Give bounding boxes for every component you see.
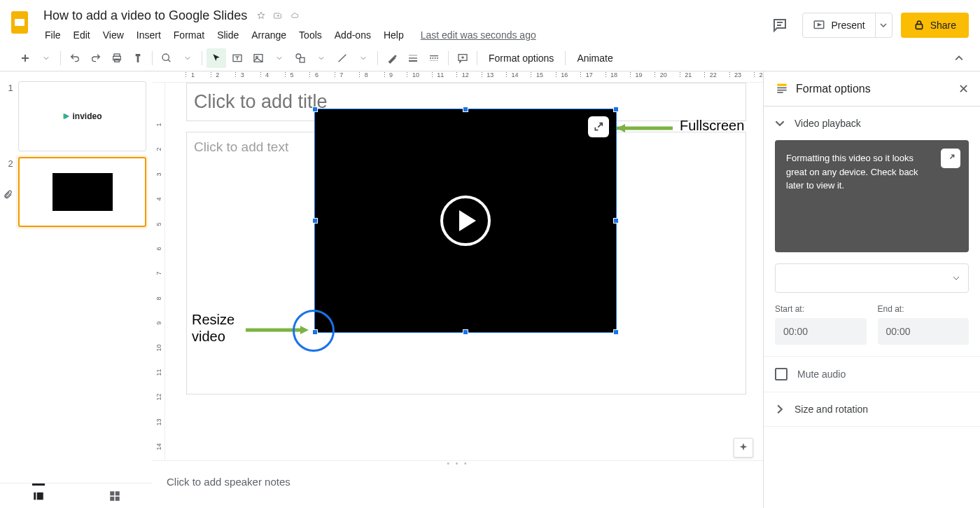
divider bbox=[60, 51, 61, 65]
size-rotation-section: Size and rotation bbox=[764, 392, 980, 427]
grid-view-icon[interactable] bbox=[108, 490, 121, 502]
share-button[interactable]: Share bbox=[901, 13, 969, 38]
zoom-dropdown[interactable] bbox=[178, 48, 197, 68]
present-button[interactable]: Present bbox=[803, 13, 874, 37]
move-icon[interactable] bbox=[271, 8, 285, 22]
border-weight-button[interactable] bbox=[403, 48, 423, 68]
star-icon[interactable] bbox=[254, 8, 268, 22]
print-button[interactable] bbox=[107, 48, 127, 68]
slides-logo[interactable] bbox=[6, 8, 34, 36]
playback-dropdown[interactable] bbox=[775, 263, 969, 293]
new-slide-button[interactable] bbox=[15, 48, 35, 68]
svg-line-11 bbox=[168, 60, 170, 62]
undo-button[interactable] bbox=[65, 48, 85, 68]
format-options-sidebar: Format options ✕ Video playback Formatti… bbox=[763, 71, 980, 508]
video-preview: Formatting this video so it looks great … bbox=[775, 140, 969, 252]
resize-handle-nw[interactable] bbox=[312, 107, 318, 112]
header: How to add a video to Google Slides File… bbox=[0, 0, 980, 45]
preview-fullscreen-icon[interactable] bbox=[941, 149, 960, 168]
video-playback-section: Video playback Formatting this video so … bbox=[764, 107, 980, 392]
menu-format[interactable]: Format bbox=[168, 27, 210, 43]
menu-tools[interactable]: Tools bbox=[293, 27, 328, 43]
video-object[interactable] bbox=[314, 109, 617, 333]
paint-format-button[interactable] bbox=[128, 48, 148, 68]
textbox-tool[interactable] bbox=[227, 48, 247, 68]
bottom-bar bbox=[0, 483, 153, 508]
notes-separator[interactable]: • • • bbox=[153, 460, 763, 466]
main: 1 invideo 2 ⋮ 1⋮ 2⋮ 3⋮ 4⋮ 5⋮ 6⋮ bbox=[0, 71, 980, 508]
animate-button[interactable]: Animate bbox=[570, 53, 620, 64]
document-title[interactable]: How to add a video to Google Slides bbox=[39, 7, 251, 25]
fullscreen-button[interactable] bbox=[588, 116, 609, 137]
vertical-ruler: 1234567891011121314 bbox=[153, 83, 165, 460]
video-mini bbox=[52, 173, 113, 211]
menu-edit[interactable]: Edit bbox=[68, 27, 96, 43]
header-main: How to add a video to Google Slides File… bbox=[39, 6, 766, 45]
menu-slide[interactable]: Slide bbox=[211, 27, 244, 43]
slide-row-2: 2 bbox=[0, 154, 152, 230]
menu-arrange[interactable]: Arrange bbox=[246, 27, 292, 43]
image-tool[interactable] bbox=[248, 48, 268, 68]
divider bbox=[448, 51, 449, 65]
size-rotation-header[interactable]: Size and rotation bbox=[764, 392, 980, 426]
play-icon[interactable] bbox=[440, 195, 491, 246]
mute-checkbox[interactable] bbox=[775, 368, 788, 380]
resize-handle-e[interactable] bbox=[613, 218, 619, 224]
svg-rect-42 bbox=[777, 87, 786, 88]
select-tool[interactable] bbox=[206, 48, 226, 68]
svg-marker-5 bbox=[818, 24, 821, 26]
shape-dropdown[interactable] bbox=[312, 48, 331, 68]
svg-rect-36 bbox=[115, 496, 119, 500]
video-playback-header[interactable]: Video playback bbox=[764, 107, 980, 140]
explore-button[interactable] bbox=[734, 438, 753, 458]
menu-insert[interactable]: Insert bbox=[131, 27, 167, 43]
menu-help[interactable]: Help bbox=[378, 27, 410, 43]
line-dropdown[interactable] bbox=[354, 48, 373, 68]
slide-thumb-1[interactable]: invideo bbox=[18, 81, 146, 151]
start-at-label: Start at: bbox=[775, 304, 867, 314]
divider bbox=[377, 51, 378, 65]
start-at-input[interactable]: 00:00 bbox=[775, 318, 867, 345]
slide-row-1: 1 invideo bbox=[0, 78, 152, 154]
svg-rect-9 bbox=[115, 59, 120, 62]
svg-rect-35 bbox=[110, 496, 114, 500]
svg-rect-32 bbox=[36, 492, 43, 500]
zoom-button[interactable] bbox=[157, 48, 176, 68]
resize-handle-ne[interactable] bbox=[613, 107, 619, 112]
divider bbox=[565, 51, 566, 65]
line-tool[interactable] bbox=[332, 48, 352, 68]
comments-button[interactable] bbox=[766, 11, 794, 39]
border-dash-button[interactable] bbox=[424, 48, 444, 68]
resize-handle-se[interactable] bbox=[613, 329, 619, 335]
menu-view[interactable]: View bbox=[97, 27, 130, 43]
canvas-area[interactable]: Click to add title Click to add text bbox=[165, 83, 763, 460]
filmstrip-view-icon[interactable] bbox=[32, 483, 45, 502]
close-icon[interactable]: ✕ bbox=[958, 81, 969, 97]
svg-rect-18 bbox=[300, 57, 304, 62]
menu-file[interactable]: File bbox=[39, 27, 66, 43]
end-at-input[interactable]: 00:00 bbox=[878, 318, 969, 345]
resize-handle-n[interactable] bbox=[463, 107, 468, 112]
comment-tool[interactable] bbox=[453, 48, 472, 68]
time-fields: Start at: 00:00 End at: 00:00 bbox=[764, 304, 980, 356]
redo-button[interactable] bbox=[86, 48, 106, 68]
mute-audio-row[interactable]: Mute audio bbox=[764, 356, 980, 392]
new-slide-dropdown[interactable] bbox=[36, 48, 56, 68]
cloud-icon[interactable] bbox=[288, 8, 302, 22]
menu-addons[interactable]: Add-ons bbox=[329, 27, 377, 43]
slide-thumb-2[interactable] bbox=[18, 157, 146, 227]
resize-handle-sw[interactable] bbox=[312, 329, 318, 335]
collapse-toolbar[interactable] bbox=[944, 54, 974, 62]
speaker-notes[interactable]: Click to add speaker notes bbox=[153, 466, 763, 508]
format-options-button[interactable]: Format options bbox=[482, 53, 561, 64]
shape-tool[interactable] bbox=[290, 48, 310, 68]
present-dropdown[interactable] bbox=[875, 13, 892, 37]
border-color-button[interactable] bbox=[382, 48, 402, 68]
divider bbox=[152, 51, 153, 65]
resize-handle-w[interactable] bbox=[312, 218, 318, 224]
resize-handle-s[interactable] bbox=[463, 329, 468, 335]
last-edit[interactable]: Last edit was seconds ago bbox=[415, 27, 542, 43]
format-options-icon bbox=[775, 82, 789, 96]
image-dropdown[interactable] bbox=[270, 48, 289, 68]
slide-panel: 1 invideo 2 bbox=[0, 71, 153, 508]
